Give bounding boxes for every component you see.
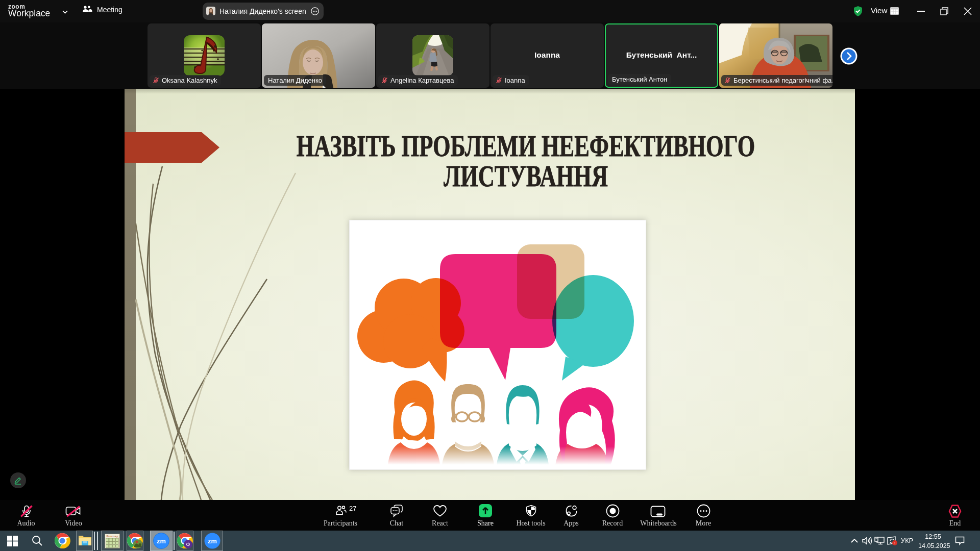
svg-text:zm: zm bbox=[157, 537, 166, 545]
svg-text:Φ: Φ bbox=[186, 542, 190, 547]
svg-text:!: ! bbox=[894, 541, 895, 545]
svg-text:Розклад: Розклад bbox=[107, 535, 118, 538]
svg-text:zm: zm bbox=[208, 537, 217, 545]
